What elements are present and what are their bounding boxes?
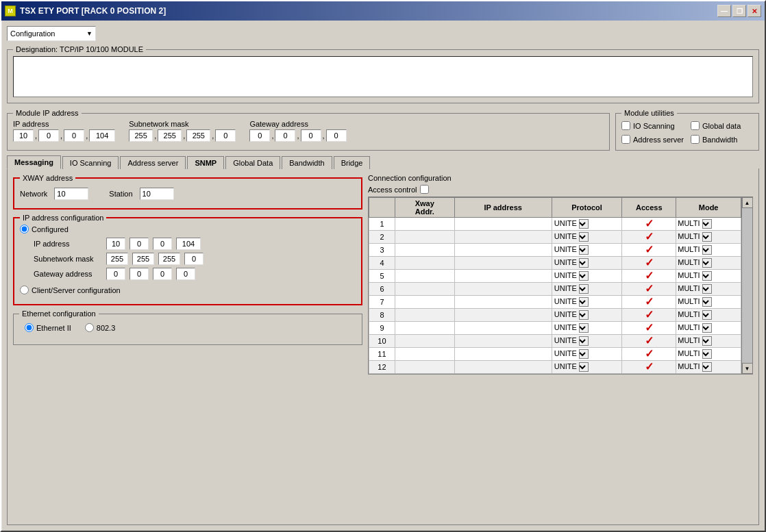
xway-input[interactable] <box>408 246 441 254</box>
cell-access[interactable]: ✓ <box>622 322 676 335</box>
mode-dropdown[interactable]: ▼ <box>702 349 712 359</box>
xway-input[interactable] <box>408 311 441 319</box>
config-sub3[interactable] <box>158 253 180 265</box>
protocol-dropdown[interactable]: ▼ <box>579 310 589 320</box>
access-control-checkbox[interactable] <box>420 185 429 194</box>
address-server-checkbox[interactable] <box>621 135 630 144</box>
mode-dropdown[interactable]: ▼ <box>702 232 712 242</box>
cell-xway[interactable] <box>395 231 454 244</box>
cell-xway[interactable] <box>395 270 454 283</box>
configuration-dropdown[interactable]: Configuration ▼ <box>7 26 96 41</box>
module-gw1[interactable] <box>249 129 270 142</box>
mode-dropdown[interactable]: ▼ <box>702 258 712 268</box>
module-ip2[interactable] <box>38 129 59 142</box>
scroll-track[interactable] <box>742 208 752 363</box>
cell-access[interactable]: ✓ <box>622 361 676 374</box>
mode-dropdown[interactable]: ▼ <box>702 284 712 294</box>
ip-input[interactable] <box>475 220 531 228</box>
mode-dropdown[interactable]: ▼ <box>702 271 712 281</box>
xway-input[interactable] <box>408 233 441 241</box>
module-sub3[interactable] <box>186 129 210 142</box>
protocol-dropdown[interactable]: ▼ <box>579 258 589 268</box>
cell-ip[interactable] <box>454 322 552 335</box>
module-ip4[interactable] <box>89 129 115 142</box>
config-gw3[interactable] <box>153 268 172 280</box>
cell-ip[interactable] <box>454 348 552 361</box>
mode-dropdown[interactable]: ▼ <box>702 310 712 320</box>
ip-input[interactable] <box>475 337 531 345</box>
cell-xway[interactable] <box>395 335 454 348</box>
mode-dropdown[interactable]: ▼ <box>702 336 712 346</box>
cell-access[interactable]: ✓ <box>622 244 676 257</box>
cell-access[interactable]: ✓ <box>622 218 676 231</box>
ethernet2-radio[interactable] <box>25 323 34 332</box>
protocol-dropdown[interactable]: ▼ <box>579 323 589 333</box>
module-gw3[interactable] <box>301 129 321 142</box>
eth8023-radio[interactable] <box>85 323 94 332</box>
mode-dropdown[interactable]: ▼ <box>702 323 712 333</box>
mode-dropdown[interactable]: ▼ <box>702 219 712 229</box>
cell-ip[interactable] <box>454 270 552 283</box>
protocol-dropdown[interactable]: ▼ <box>579 284 589 294</box>
cell-xway[interactable] <box>395 322 454 335</box>
xway-input[interactable] <box>408 272 441 280</box>
cell-access[interactable]: ✓ <box>622 257 676 270</box>
tab-bandwidth[interactable]: Bandwidth <box>282 156 332 169</box>
table-scrollbar[interactable]: ▲ ▼ <box>741 197 752 374</box>
tab-io-scanning[interactable]: IO Scanning <box>62 156 119 169</box>
ip-input[interactable] <box>475 363 531 371</box>
tab-global-data[interactable]: Global Data <box>225 156 280 169</box>
cell-ip[interactable] <box>454 231 552 244</box>
restore-button[interactable]: ❐ <box>732 5 746 17</box>
protocol-dropdown[interactable]: ▼ <box>579 271 589 281</box>
ip-input[interactable] <box>475 311 531 319</box>
protocol-dropdown[interactable]: ▼ <box>579 232 589 242</box>
cell-access[interactable]: ✓ <box>622 296 676 309</box>
cell-ip[interactable] <box>454 296 552 309</box>
config-gw4[interactable] <box>176 268 195 280</box>
dropdown-arrow-icon[interactable]: ▼ <box>86 30 92 37</box>
config-ip1[interactable] <box>106 238 125 250</box>
cell-access[interactable]: ✓ <box>622 283 676 296</box>
cell-access[interactable]: ✓ <box>622 231 676 244</box>
xway-input[interactable] <box>408 285 441 293</box>
cell-ip[interactable] <box>454 218 552 231</box>
module-ip1[interactable] <box>13 129 34 142</box>
bandwidth-checkbox[interactable] <box>691 135 700 144</box>
protocol-dropdown[interactable]: ▼ <box>579 297 589 307</box>
config-ip3[interactable] <box>153 238 172 250</box>
cell-access[interactable]: ✓ <box>622 270 676 283</box>
cell-access[interactable]: ✓ <box>622 348 676 361</box>
cell-xway[interactable] <box>395 244 454 257</box>
module-sub2[interactable] <box>158 129 182 142</box>
network-input[interactable] <box>54 188 88 200</box>
ip-input[interactable] <box>475 233 531 241</box>
config-sub1[interactable] <box>106 253 128 265</box>
configured-radio[interactable] <box>20 225 29 233</box>
xway-input[interactable] <box>408 350 441 358</box>
xway-input[interactable] <box>408 220 441 228</box>
scroll-up-button[interactable]: ▲ <box>742 197 753 208</box>
cell-xway[interactable] <box>395 309 454 322</box>
module-ip3[interactable] <box>64 129 84 142</box>
module-sub1[interactable] <box>129 129 153 142</box>
scroll-down-button[interactable]: ▼ <box>742 363 753 374</box>
module-sub4[interactable] <box>215 129 236 142</box>
protocol-dropdown[interactable]: ▼ <box>579 349 589 359</box>
cell-ip[interactable] <box>454 257 552 270</box>
cell-xway[interactable] <box>395 257 454 270</box>
cell-xway[interactable] <box>395 296 454 309</box>
config-ip2[interactable] <box>129 238 149 250</box>
minimize-button[interactable]: — <box>717 5 731 17</box>
mode-dropdown[interactable]: ▼ <box>702 297 712 307</box>
cell-access[interactable]: ✓ <box>622 309 676 322</box>
module-gw4[interactable] <box>326 129 347 142</box>
config-sub2[interactable] <box>132 253 154 265</box>
protocol-dropdown[interactable]: ▼ <box>579 245 589 255</box>
cell-ip[interactable] <box>454 335 552 348</box>
cell-xway[interactable] <box>395 348 454 361</box>
cell-ip[interactable] <box>454 361 552 374</box>
cell-ip[interactable] <box>454 244 552 257</box>
tab-messaging[interactable]: Messaging <box>7 155 61 169</box>
station-input[interactable] <box>140 188 174 200</box>
